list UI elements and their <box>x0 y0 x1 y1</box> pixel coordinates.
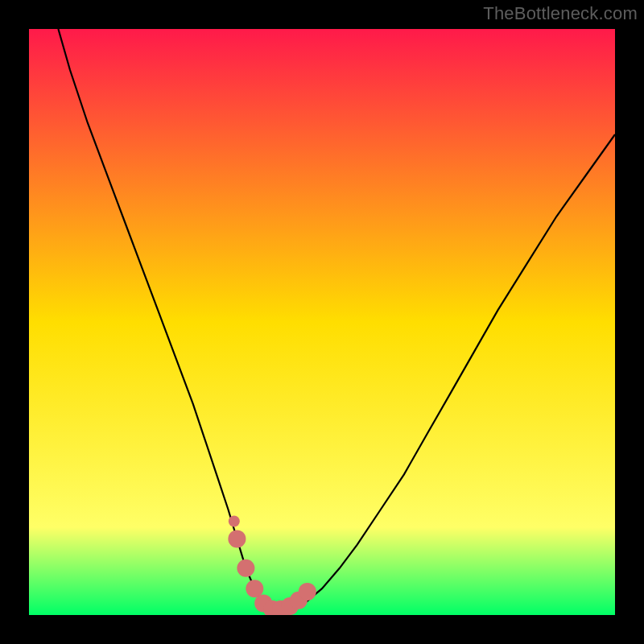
extra-marker-dot <box>229 516 240 527</box>
plot-area <box>29 29 615 615</box>
trough-marker-dot <box>299 583 316 601</box>
trough-marker-dot <box>237 559 254 577</box>
watermark-text: TheBottleneck.com <box>483 3 638 24</box>
outer-frame: TheBottleneck.com <box>0 0 644 644</box>
bottleneck-chart <box>29 29 615 615</box>
gradient-background <box>29 29 615 615</box>
trough-marker-dot <box>228 530 246 547</box>
